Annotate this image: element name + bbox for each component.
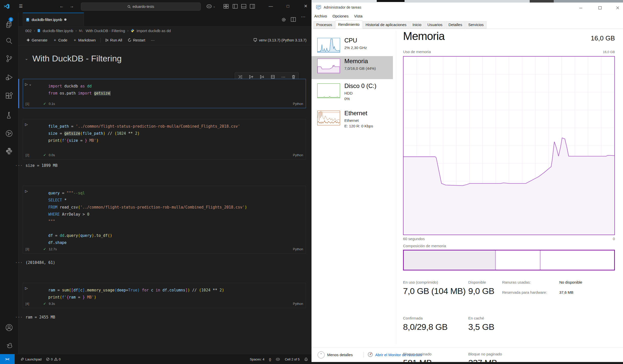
testing-icon[interactable] (5, 111, 13, 119)
explorer-icon[interactable] (5, 21, 13, 29)
delete-cell-icon[interactable] (292, 75, 295, 79)
run-all-button[interactable]: Run All (103, 37, 124, 43)
language-braces-indicator[interactable]: {} (267, 357, 274, 361)
copilot-status[interactable] (273, 357, 282, 361)
tab-servicios[interactable]: Servicios (465, 21, 486, 29)
code-token: ram (69, 295, 76, 300)
less-details-label[interactable]: Menos detalles (327, 353, 353, 357)
tab-inicio[interactable]: Inicio (410, 21, 424, 29)
back-icon[interactable]: ← (59, 0, 65, 13)
code-cell[interactable]: ▷file_path = '../common/flight-status-pr… (23, 119, 306, 160)
breadcrumb-file[interactable]: duckdb-filter.ipynb (43, 29, 73, 33)
tab-historial-de-aplicaciones[interactable]: Historial de aplicaciones (363, 21, 409, 29)
code-cell[interactable]: ▷query = """--sqlSELECT *FROM read_csv('… (23, 186, 306, 254)
composition-segment-1[interactable] (496, 251, 541, 270)
tm-maximize-button[interactable] (598, 6, 606, 12)
breadcrumb-section[interactable]: With DuckDB - Filtering (86, 29, 125, 33)
search-icon[interactable] (5, 37, 13, 45)
forward-icon[interactable]: → (69, 0, 75, 13)
modified-dot-icon[interactable] (64, 18, 66, 21)
output-options-icon[interactable]: ··· (15, 315, 23, 320)
menu-vista[interactable]: Vista (351, 14, 365, 18)
generate-button[interactable]: Generate (24, 37, 50, 43)
code-token: SELECT (48, 198, 64, 202)
spaces-indicator[interactable]: Spaces: 4 (248, 357, 267, 361)
run-all-label: Run All (110, 38, 122, 42)
code-token: getsize (94, 91, 110, 96)
sidebar-item-disco[interactable]: Disco 0 (C:)HDD0% (312, 81, 393, 107)
breadcrumb[interactable]: 002 › duckdb-filter.ipynb › M↓ With Duck… (25, 26, 171, 35)
section-collapse-chevron[interactable]: ⌄ (25, 56, 28, 61)
output-options-icon[interactable]: ··· (15, 163, 23, 168)
run-below-icon[interactable] (260, 75, 264, 79)
background-strip (554, 0, 623, 3)
cell-output: ···ram = 2455 MB (26, 315, 55, 320)
tm-minimize-button[interactable] (579, 6, 587, 12)
code-cell[interactable]: ▷ram = sum([df[c].memory_usage(deep=True… (23, 283, 306, 308)
toggle-secondary-sidebar-icon[interactable] (250, 4, 255, 9)
split-editor-icon[interactable] (291, 17, 296, 22)
more-actions-icon[interactable]: ⋯ (300, 11, 306, 23)
errors-indicator[interactable]: 0 0 (44, 357, 63, 361)
copilot-icon[interactable] (206, 4, 212, 9)
cell-language[interactable]: Python (293, 153, 303, 157)
code-cell[interactable]: ▷ ⌄import duckdb as ddfrom os.path impor… (23, 79, 306, 108)
cell-code[interactable]: import duckdb as ddfrom os.path import g… (23, 79, 306, 97)
menu-icon[interactable]: ☰ (18, 0, 24, 13)
gitlens-icon[interactable] (5, 129, 13, 138)
composition-segment-2[interactable] (541, 251, 614, 270)
output-options-icon[interactable]: ··· (15, 260, 23, 265)
menu-archivo[interactable]: Archivo (312, 14, 330, 18)
toolbar-more-button[interactable]: ··· (149, 37, 157, 43)
composition-segment-0[interactable] (404, 251, 496, 270)
launchpad-button[interactable]: Launchpad (18, 357, 44, 361)
cell-language[interactable]: Python (293, 302, 303, 306)
customize-layout-icon[interactable] (224, 4, 229, 9)
tab-procesos[interactable]: Procesos (314, 21, 335, 29)
cell-position-indicator[interactable]: Cell 2 of 5 (282, 357, 302, 361)
memory-usage-chart (403, 56, 615, 235)
tab-duckdb-filter[interactable]: duckdb-filter.ipynb (23, 13, 84, 26)
cell-language[interactable]: Python (293, 247, 303, 251)
tab-rendimiento[interactable]: Rendimiento (336, 20, 362, 28)
notifications-bell[interactable] (302, 357, 312, 361)
tm-close-button[interactable] (616, 6, 623, 12)
command-center-search[interactable]: eduardo-tests (81, 3, 201, 11)
sidebar-item-ethernet[interactable]: EthernetEthernetE: 120 R: 0 Kbps (312, 108, 393, 134)
minimize-button[interactable]: — (267, 0, 275, 13)
toggle-sidebar-icon[interactable] (233, 4, 238, 9)
run-debug-icon[interactable] (5, 73, 13, 81)
tab-usuarios[interactable]: Usuarios (425, 21, 445, 29)
sidebar-item-memoria[interactable]: Memoria7,0/16,0 GB (44%) (312, 56, 393, 79)
cell-code[interactable]: query = """--sqlSELECT *FROM read_csv('.… (23, 186, 306, 246)
restart-button[interactable]: Restart (126, 37, 147, 43)
menu-opciones[interactable]: Opciones (330, 14, 351, 18)
add-code-cell-button[interactable]: ＋Code (51, 37, 70, 43)
split-cell-icon[interactable] (271, 75, 275, 79)
source-control-icon[interactable] (5, 55, 13, 63)
account-icon[interactable] (5, 324, 13, 332)
maximize-button[interactable]: □ (284, 0, 292, 13)
code-token: os.path (60, 91, 78, 96)
cell-more-icon[interactable]: ⋯ (281, 75, 285, 79)
chevron-down-icon[interactable]: ⌄ (212, 0, 216, 13)
add-markdown-cell-button[interactable]: ＋Markdown (71, 37, 98, 43)
execute-cell-icon[interactable] (238, 75, 243, 79)
toggle-panel-icon[interactable] (241, 4, 246, 9)
remote-indicator[interactable]: >< (0, 354, 15, 364)
warning-icon (54, 357, 58, 361)
collapse-details-button[interactable]: ⌃ (318, 351, 325, 358)
kernel-picker[interactable]: venv (3.13.7) (Python 3.13.7) (253, 35, 306, 46)
cell-code[interactable]: file_path = '../common/flight-status-pre… (23, 119, 306, 144)
python-extension-icon[interactable] (5, 147, 13, 155)
sidebar-item-cpu[interactable]: CPU2% 2,30 GHz (312, 35, 393, 55)
cell-code[interactable]: ram = sum([df[c].memory_usage(deep=True)… (23, 283, 306, 301)
gear-icon[interactable] (281, 17, 286, 22)
run-above-icon[interactable] (249, 75, 253, 79)
tab-detalles[interactable]: Detalles (446, 21, 465, 29)
breadcrumb-folder[interactable]: 002 (25, 29, 32, 33)
duck-icon[interactable] (5, 341, 13, 349)
breadcrumb-cell[interactable]: import duckdb as dd (137, 29, 171, 33)
cell-language[interactable]: Python (293, 102, 303, 106)
extensions-icon[interactable] (5, 92, 13, 100)
